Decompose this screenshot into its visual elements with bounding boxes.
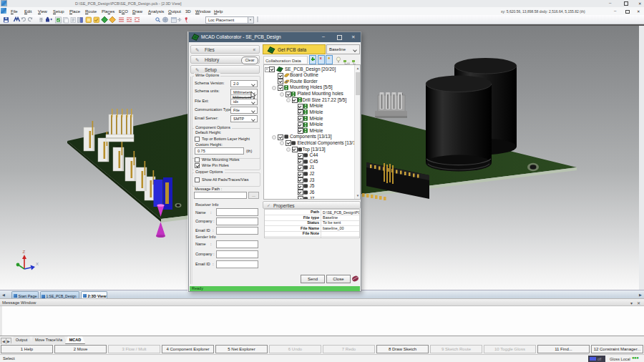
svg-text:Z: Z [23,250,26,254]
svg-text:X: X [36,262,39,266]
